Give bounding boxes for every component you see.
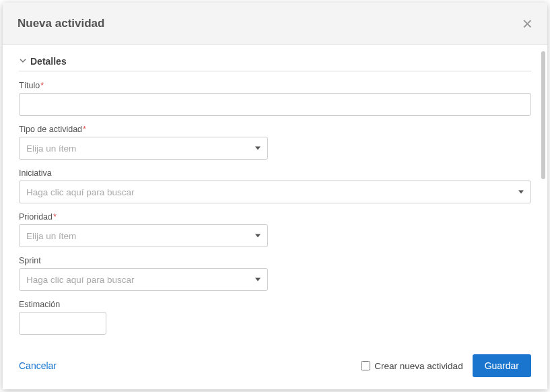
section-detalles-header[interactable]: Detalles: [19, 56, 531, 71]
field-tipo-actividad: Tipo de actividad* Elija un ítem: [19, 125, 531, 160]
titulo-input[interactable]: [19, 93, 531, 116]
estimacion-input[interactable]: [19, 312, 106, 335]
required-marker: *: [53, 212, 57, 222]
chevron-down-icon: [19, 57, 27, 67]
field-titulo: Título*: [19, 81, 531, 116]
field-prioridad: Prioridad* Elija un ítem: [19, 212, 531, 247]
scrollbar-thumb[interactable]: [541, 51, 545, 179]
select-placeholder: Haga clic aquí para buscar: [26, 187, 135, 197]
footer-right: Crear nueva actividad Guardar: [361, 354, 531, 377]
label-titulo: Título*: [19, 81, 531, 90]
save-button[interactable]: Guardar: [473, 354, 531, 377]
section-title: Detalles: [30, 56, 67, 67]
prioridad-select[interactable]: Elija un ítem: [19, 224, 268, 247]
close-icon[interactable]: ×: [522, 15, 532, 32]
field-iniciativa: Iniciativa Haga clic aquí para buscar: [19, 168, 531, 203]
modal-header: Nueva actividad ×: [3, 3, 547, 45]
label-estimacion: Estimación: [19, 300, 531, 309]
sprint-select[interactable]: Haga clic aquí para buscar: [19, 268, 268, 291]
create-new-label: Crear nueva actividad: [374, 361, 462, 371]
required-marker: *: [83, 125, 86, 134]
create-new-checkbox[interactable]: [361, 361, 370, 370]
field-estimacion: Estimación: [19, 300, 531, 335]
iniciativa-select[interactable]: Haga clic aquí para buscar: [19, 181, 531, 203]
caret-down-icon: [255, 147, 261, 150]
modal-footer: Cancelar Crear nueva actividad Guardar: [3, 345, 547, 389]
cancel-button[interactable]: Cancelar: [19, 360, 57, 371]
select-placeholder: Elija un ítem: [26, 231, 76, 241]
label-tipo-actividad-text: Tipo de actividad: [19, 125, 82, 134]
field-sprint: Sprint Haga clic aquí para buscar: [19, 256, 531, 291]
tipo-actividad-select[interactable]: Elija un ítem: [19, 137, 268, 160]
caret-down-icon: [255, 278, 261, 282]
caret-down-icon: [255, 234, 261, 238]
label-tipo-actividad: Tipo de actividad*: [19, 125, 531, 134]
required-marker: *: [40, 81, 44, 90]
label-iniciativa: Iniciativa: [19, 168, 531, 178]
select-placeholder: Elija un ítem: [26, 143, 76, 154]
new-activity-modal: Nueva actividad × Detalles Título* Tipo …: [3, 3, 547, 389]
label-titulo-text: Título: [19, 81, 40, 90]
label-prioridad-text: Prioridad: [19, 212, 53, 222]
create-new-checkbox-wrap[interactable]: Crear nueva actividad: [361, 361, 462, 371]
select-placeholder: Haga clic aquí para buscar: [26, 275, 135, 285]
label-prioridad: Prioridad*: [19, 212, 531, 222]
caret-down-icon: [518, 191, 524, 194]
label-sprint: Sprint: [19, 256, 531, 265]
modal-title: Nueva actividad: [18, 17, 104, 30]
modal-body[interactable]: Detalles Título* Tipo de actividad* Elij…: [3, 45, 547, 345]
